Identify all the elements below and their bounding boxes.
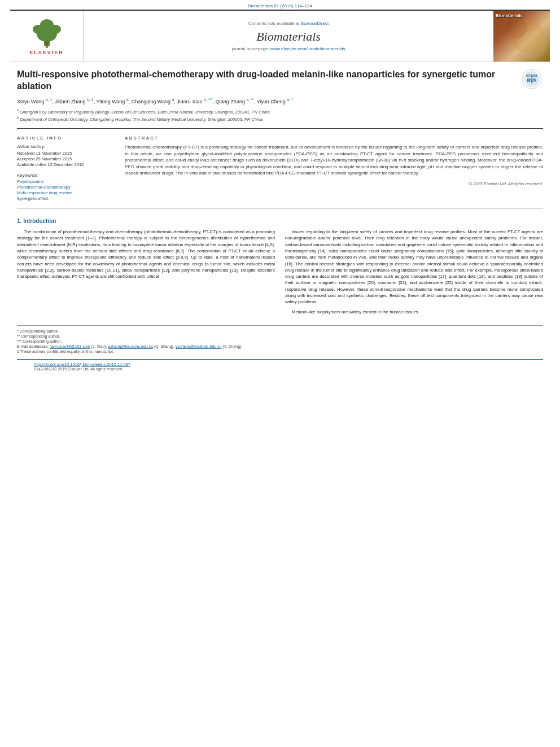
email-name-cheng: (Y. Cheng). — [223, 344, 243, 348]
affiliations: a Shanghai Key Laboratory of Regulatory … — [17, 108, 514, 123]
intro-right-para: issues regarding to the long-term safety… — [285, 229, 543, 305]
sciencedirect-line: Contents lists available at ScienceDirec… — [248, 21, 329, 26]
intro-right-last: Melanin-like biopolymers are widely exis… — [285, 309, 543, 315]
keyword-3: Multi-responsive drug release — [17, 190, 116, 195]
bottom-bar: http://dx.doi.org/10.1016/j.biomaterials… — [17, 359, 543, 373]
email-link-zhang[interactable]: qzhang@bio.ecnu.edu.cn — [108, 344, 154, 348]
elsevier-label: ELSEVIER — [29, 50, 64, 55]
abstract-text: Photothermal-chemotherapy (PT-CT) is a p… — [125, 144, 543, 177]
body-right-text: issues regarding to the long-term safety… — [285, 229, 543, 315]
svg-rect-6 — [46, 45, 48, 48]
elsevier-logo: ELSEVIER — [10, 11, 84, 62]
footnote-1: 1 These authors contributed equally on t… — [17, 350, 543, 353]
authors: Xinyu Wang a, 1, Jishen Zhang b, 1, Yito… — [17, 97, 514, 106]
abstract-body: Photothermal-chemotherapy (PT-CT) is a p… — [125, 145, 543, 176]
footnote-star3: *** Corresponding author. — [17, 339, 543, 343]
email-link-cheng[interactable]: yycheng@mailustc.edu.cn — [176, 344, 222, 348]
footnote-star1: * Corresponding author. — [17, 329, 543, 333]
footnotes: * Corresponding author. ** Corresponding… — [17, 325, 543, 353]
abstract-label: ABSTRACT — [125, 136, 543, 141]
affil-a: Shanghai Key Laboratory of Regulatory Bi… — [20, 110, 269, 115]
crossmark: Cross Mark — [520, 69, 543, 89]
keyword-1: Polydopamine — [17, 179, 116, 184]
doi-line: http://dx.doi.org/10.1016/j.biomaterials… — [34, 362, 526, 367]
journal-title: Biomaterials — [256, 29, 321, 44]
body-right-col: issues regarding to the long-term safety… — [285, 229, 543, 318]
svg-point-4 — [40, 19, 54, 30]
intro-title: 1. Introduction — [17, 218, 543, 224]
keywords-section: Keywords: Polydopamine Photothermal-chem… — [17, 173, 116, 201]
crossmark-icon: Cross Mark — [522, 69, 542, 89]
journal-citation: Biomaterials 81 (2016) 114–124 — [0, 0, 560, 10]
page: Biomaterials 81 (2016) 114–124 ELSEVIER … — [0, 0, 560, 747]
email-name-zhang: (Q. Zhang), — [154, 344, 176, 348]
article-history: Article history: Received 13 November 20… — [17, 144, 116, 167]
journal-cover-image: Biomaterials — [493, 11, 550, 62]
body-columns: The combination of photothermal therapy … — [17, 229, 543, 318]
body-left-text: The combination of photothermal therapy … — [17, 229, 275, 279]
doi-link[interactable]: http://dx.doi.org/10.1016/j.biomaterials… — [34, 362, 130, 367]
keywords-label: Keywords: — [17, 173, 116, 178]
received-date: Received 13 November 2015 — [17, 151, 116, 156]
svg-point-9 — [519, 30, 547, 59]
footnote-star2: ** Corresponding author. — [17, 334, 543, 338]
email-link-xiao[interactable]: jianruxiao83@163.com — [50, 344, 90, 348]
citation-text: Biomaterials 81 (2016) 114–124 — [248, 3, 312, 8]
introduction-section: 1. Introduction The combination of photo… — [17, 218, 543, 353]
biomaterials-logo: Biomaterials — [493, 11, 550, 62]
homepage-text: journal homepage: — [231, 46, 269, 51]
journal-center: Contents lists available at ScienceDirec… — [84, 11, 493, 62]
sciencedirect-text: Contents lists available at — [248, 21, 300, 26]
issn-line: 0142-9612/© 2015 Elsevier Ltd. All right… — [34, 367, 526, 371]
footnote-email: E-mail addresses: jianruxiao83@163.com (… — [17, 344, 543, 348]
section-title: Introduction — [23, 218, 56, 224]
elsevier-tree-icon — [24, 17, 69, 48]
article-title-text: Multi-responsive photothermal-chemothera… — [17, 69, 514, 123]
keyword-2: Photothermal-chemotherapy — [17, 185, 116, 190]
affil-b: Department of Orthopedic Oncology, Chang… — [20, 117, 262, 122]
article-info-label: ARTICLE INFO — [17, 136, 116, 141]
article-title-section: Multi-responsive photothermal-chemothera… — [17, 69, 543, 129]
cover-pattern — [493, 11, 550, 62]
homepage-line: journal homepage: www.elsevier.com/locat… — [231, 46, 345, 51]
history-label: Article history: — [17, 144, 116, 149]
article-title: Multi-responsive photothermal-chemothera… — [17, 69, 514, 93]
abstract-col: ABSTRACT Photothermal-chemotherapy (PT-C… — [125, 136, 543, 202]
body-left-col: The combination of photothermal therapy … — [17, 229, 275, 318]
email-name-xiao: (J. Xiao), — [91, 344, 108, 348]
svg-point-5 — [45, 41, 49, 45]
article-info-col: ARTICLE INFO Article history: Received 1… — [17, 136, 116, 202]
intro-left-para: The combination of photothermal therapy … — [17, 229, 275, 279]
accepted-date: Accepted 29 November 2015 — [17, 156, 116, 161]
available-date: Available online 12 December 2015 — [17, 162, 116, 167]
sciencedirect-link[interactable]: ScienceDirect — [301, 21, 329, 26]
keyword-4: Synergetic effect — [17, 196, 116, 201]
journal-header: ELSEVIER Contents lists available at Sci… — [10, 10, 550, 62]
section-number: 1. — [17, 218, 21, 224]
copyright: © 2015 Elsevier Ltd. All rights reserved… — [125, 181, 543, 186]
email-text: E-mail addresses: — [17, 344, 50, 348]
article-info-abstract: ARTICLE INFO Article history: Received 1… — [17, 136, 543, 209]
homepage-url[interactable]: www.elsevier.com/locate/biomaterials — [270, 46, 345, 51]
main-content: Multi-responsive photothermal-chemothera… — [0, 62, 560, 373]
